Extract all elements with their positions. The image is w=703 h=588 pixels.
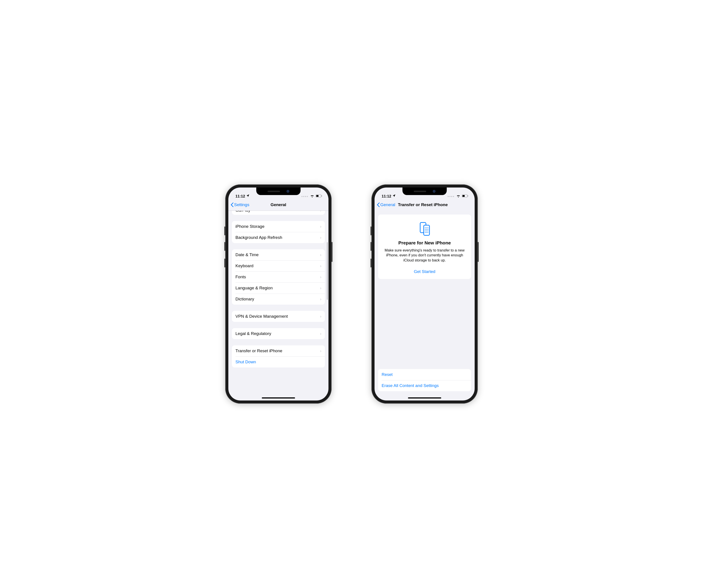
svg-rect-2 [322,195,322,196]
chevron-left-icon [231,202,234,207]
row-label: Shut Down [235,359,256,364]
row-carplay[interactable]: CarPlay › [232,211,325,215]
svg-point-14 [425,231,426,231]
row-label: Language & Region [235,285,272,290]
row-label: iPhone Storage [235,224,264,229]
row-reset[interactable]: Reset [378,369,471,380]
row-erase-all[interactable]: Erase All Content and Settings [378,380,471,391]
row-label: VPN & Device Management [235,314,288,319]
row-background-app-refresh[interactable]: Background App Refresh › [232,232,325,243]
back-button[interactable]: Settings [231,202,249,207]
row-label: Legal & Regulatory [235,331,271,336]
location-icon [392,194,396,198]
row-label: Reset [382,372,393,377]
row-label: Fonts [235,274,246,279]
chevron-right-icon: › [320,331,321,336]
svg-rect-4 [462,195,465,197]
location-icon [246,194,250,198]
chevron-right-icon: › [320,263,321,268]
back-label: Settings [234,202,249,207]
chevron-right-icon: › [320,285,321,290]
wifi-icon [310,194,314,198]
row-label: Erase All Content and Settings [382,383,439,388]
front-camera [287,190,289,193]
nav-bar: Settings General [228,199,328,211]
group-vpn: VPN & Device Management › [232,311,325,322]
svg-point-15 [426,231,427,231]
chevron-right-icon: › [320,314,321,319]
group-reset: Transfer or Reset iPhone › Shut Down [232,345,325,367]
notch [256,187,301,195]
chevron-right-icon: › [320,235,321,240]
svg-point-19 [427,232,428,233]
row-label: Background App Refresh [235,235,282,240]
back-label: General [380,202,395,207]
notch [402,187,447,195]
row-shut-down[interactable]: Shut Down [232,356,325,367]
svg-point-12 [426,229,427,230]
svg-rect-5 [468,195,468,196]
svg-point-9 [426,227,427,228]
svg-point-16 [427,231,428,231]
svg-rect-7 [424,225,429,235]
chevron-left-icon [377,202,380,207]
get-started-button[interactable]: Get Started [383,269,466,274]
phone-mock-left: 11:12 Settings General [225,184,331,404]
row-label: Keyboard [235,263,253,268]
screen: 11:12 Settings General [228,187,328,401]
svg-point-13 [427,229,428,230]
row-vpn-device-management[interactable]: VPN & Device Management › [232,311,325,322]
svg-point-10 [427,227,428,228]
svg-point-11 [425,229,426,230]
group-legal: Legal & Regulatory › [232,328,325,339]
speaker-grille [414,191,426,192]
group-storage: iPhone Storage › Background App Refresh … [232,221,325,243]
group-locale: Date & Time › Keyboard › Fonts › Languag… [232,249,325,305]
settings-content[interactable]: CarPlay › iPhone Storage › Background Ap… [228,211,328,401]
battery-icon [316,194,322,198]
row-fonts[interactable]: Fonts › [232,271,325,282]
page-dots-icon [448,196,454,197]
svg-point-17 [425,232,426,233]
group-reset-actions: Reset Erase All Content and Settings [378,369,471,391]
group-peek: CarPlay › [232,211,325,215]
svg-point-18 [426,232,427,233]
row-legal-regulatory[interactable]: Legal & Regulatory › [232,328,325,339]
row-language-region[interactable]: Language & Region › [232,282,325,293]
back-button[interactable]: General [377,202,395,207]
home-indicator[interactable] [262,397,295,399]
row-label: CarPlay [235,211,250,213]
svg-rect-1 [316,195,318,197]
front-camera [433,190,436,193]
wifi-icon [456,194,461,198]
status-time: 11:12 [235,194,245,198]
row-label: Transfer or Reset iPhone [235,348,283,353]
row-date-time[interactable]: Date & Time › [232,249,325,260]
speaker-grille [267,191,280,192]
row-label: Dictionary [235,297,254,302]
phone-mock-right: 11:12 General Transfer or Reset iPh [372,184,478,404]
chevron-right-icon: › [320,211,321,213]
nav-title: General [271,202,286,207]
row-iphone-storage[interactable]: iPhone Storage › [232,221,325,232]
chevron-right-icon: › [320,297,321,302]
status-time: 11:12 [382,194,391,198]
chevron-right-icon: › [320,274,321,279]
nav-bar: General Transfer or Reset iPhone [375,199,475,211]
chevron-right-icon: › [320,348,321,353]
screen: 11:12 General Transfer or Reset iPh [375,187,475,401]
chevron-right-icon: › [320,252,321,257]
chevron-right-icon: › [320,224,321,229]
prepare-hero-card: Prepare for New iPhone Make sure everyth… [378,215,471,279]
hero-heading: Prepare for New iPhone [383,240,466,246]
row-dictionary[interactable]: Dictionary › [232,293,325,305]
row-transfer-or-reset[interactable]: Transfer or Reset iPhone › [232,345,325,356]
hero-body: Make sure everything's ready to transfer… [383,248,466,263]
scrollbar[interactable] [327,242,328,300]
devices-icon [417,221,432,236]
page-dots-icon [301,196,308,197]
row-keyboard[interactable]: Keyboard › [232,260,325,271]
home-indicator[interactable] [408,397,441,399]
row-label: Date & Time [235,252,259,257]
battery-icon [462,194,468,198]
